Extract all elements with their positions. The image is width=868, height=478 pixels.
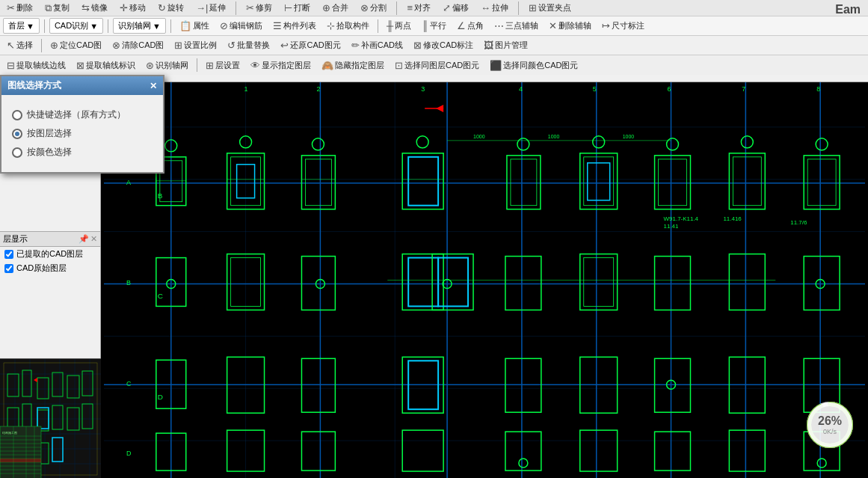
radio-option-0[interactable]: 快捷键选择（原有方式）: [12, 108, 153, 121]
hide-layer-btn[interactable]: 🙈 隐藏指定图层: [318, 58, 388, 73]
sep1: [236, 1, 236, 15]
svg-text:D: D: [158, 393, 163, 401]
copy-icon: ⧉: [45, 2, 52, 14]
img-manage-btn[interactable]: 🖼 图片管理: [480, 38, 532, 52]
layers-controls: 📌 ✕: [79, 234, 97, 244]
modify-cad-label-btn[interactable]: ⊠ 修改CAD标注: [410, 38, 477, 52]
axis-recognize-dropdown[interactable]: 识别轴网 ▼: [113, 18, 166, 34]
break-icon: ⊢: [284, 2, 292, 13]
svg-text:结构施工图: 结构施工图: [2, 431, 17, 435]
component-list-btn[interactable]: ☰ 构件列表: [269, 19, 320, 33]
radio-label-2: 按颜色选择: [27, 146, 72, 159]
svg-rect-49: [0, 459, 41, 462]
layer-item-1[interactable]: CAD原始图层: [0, 261, 100, 275]
rotate-btn[interactable]: ↻ 旋转: [154, 1, 188, 15]
radio-label-0: 快捷键选择（原有方式）: [27, 108, 126, 121]
select-same-color-btn[interactable]: ⬛ 选择同颜色CAD图元: [486, 58, 582, 73]
layers-close-icon: ✕: [90, 234, 97, 244]
property-icon: 📋: [179, 20, 191, 31]
svg-text:1000: 1000: [548, 134, 560, 139]
clear-cad-btn[interactable]: ⊗ 清除CAD图: [108, 38, 167, 52]
modal-content: 快捷键选择（原有方式） 按图层选择 按颜色选择: [1, 95, 163, 172]
mirror-btn[interactable]: ⇆ 镜像: [78, 1, 111, 15]
sep5: [108, 19, 108, 33]
modal-close-icon[interactable]: ✕: [150, 81, 157, 91]
angle-btn[interactable]: ∠ 点角: [453, 19, 487, 33]
layer-settings-btn[interactable]: ⊞ 层设置: [202, 58, 244, 73]
toolbar-row4: ⊟ 提取轴线边线 ⊠ 提取轴线标识 ⊛ 识别轴网 ⊞ 层设置 👁 显示指定图层 …: [0, 55, 868, 75]
merge-btn[interactable]: ⊕ 合并: [318, 1, 352, 15]
rebar-icon: ⊘: [220, 20, 228, 31]
chevron-down-icon: ▼: [26, 22, 34, 31]
set-grip-btn[interactable]: ⊞ 设置夹点: [525, 1, 575, 15]
break-btn[interactable]: ⊢ 打断: [280, 1, 314, 15]
modal-title: 图线选择方式: [7, 79, 61, 92]
layer-checkbox-1[interactable]: [4, 264, 13, 273]
grip-icon: ⊞: [529, 2, 537, 13]
radio-option-2[interactable]: 按颜色选择: [12, 146, 153, 159]
extract-axis-label-btn[interactable]: ⊠ 提取轴线标识: [73, 58, 139, 73]
layer-settings-icon: ⊞: [206, 60, 214, 71]
dimension-btn[interactable]: ↦ 尺寸标注: [598, 19, 648, 33]
radio-option-1[interactable]: 按图层选择: [12, 127, 153, 140]
layer-item-0[interactable]: 已提取的CAD图层: [0, 247, 100, 261]
restore-cad-btn[interactable]: ↩ 还原CAD图元: [277, 38, 344, 52]
stretch-btn[interactable]: ↔ 拉伸: [477, 1, 512, 15]
del-aux-btn[interactable]: ✕ 删除辅轴: [545, 19, 595, 33]
parallel-btn[interactable]: ║ 平行: [418, 19, 450, 33]
selection-modal: 图线选择方式 ✕ 快捷键选择（原有方式） 按图层选择 按颜色选择: [0, 75, 164, 174]
modal-title-bar[interactable]: 图线选择方式 ✕: [1, 76, 163, 95]
extend-btn[interactable]: →| 延伸: [192, 1, 230, 15]
radio-label-1: 按图层选择: [27, 127, 72, 140]
svg-text:B: B: [158, 191, 163, 200]
draw-cad-line-btn[interactable]: ✏ 补画CAD线: [348, 38, 407, 52]
svg-text:6: 6: [668, 85, 671, 93]
select-icon: ↖: [7, 40, 15, 51]
locate-cad-btn[interactable]: ⊕ 定位CAD图: [46, 38, 105, 52]
clear-icon: ⊗: [112, 40, 120, 51]
three-point-btn[interactable]: ⋯ 三点辅轴: [490, 19, 542, 33]
two-point-icon: ╫: [387, 20, 393, 31]
extract-axis-edge-btn[interactable]: ⊟ 提取轴线边线: [3, 58, 70, 73]
axis-label-icon: ⊠: [76, 60, 84, 71]
toolbar-area: ✂ 删除 ⧉ 复制 ⇆ 镜像 ✛ 移动 ↻ 旋转 →| 延伸 ✂ 修剪 ⊢: [0, 0, 868, 82]
layers-header: 层显示 📌 ✕: [0, 232, 100, 247]
offset-btn[interactable]: ⤢ 偏移: [439, 1, 473, 15]
restore-icon: ↩: [280, 40, 289, 51]
cad-recognize-dropdown[interactable]: CAD识别 ▼: [49, 18, 103, 34]
set-scale-btn[interactable]: ⊞ 设置比例: [170, 38, 221, 52]
two-point-btn[interactable]: ╫ 两点: [383, 19, 415, 33]
stretch-icon: ↔: [481, 2, 490, 13]
move-btn[interactable]: ✛ 移动: [116, 1, 150, 15]
sep7: [378, 19, 378, 33]
trim-btn[interactable]: ✂ 修剪: [242, 1, 276, 15]
batch-replace-btn[interactable]: ↺ 批量替换: [224, 38, 274, 52]
divide-btn[interactable]: ⊗ 分割: [357, 1, 390, 15]
delete-btn[interactable]: ✂ 删除: [3, 1, 37, 15]
svg-text:1000: 1000: [623, 134, 635, 139]
locate-icon: ⊕: [50, 40, 58, 51]
floor-dropdown[interactable]: 首层 ▼: [3, 18, 40, 34]
layer-checkbox-0[interactable]: [4, 250, 13, 259]
copy-btn[interactable]: ⧉ 复制: [41, 1, 73, 16]
property-btn[interactable]: 📋 属性: [176, 19, 213, 33]
label-icon: ⊠: [413, 40, 422, 51]
select-same-layer-btn[interactable]: ⊡ 选择同图层CAD图元: [391, 58, 483, 73]
svg-text:5: 5: [593, 85, 597, 93]
mini-map: 结构施工图: [0, 358, 101, 478]
svg-text:B: B: [126, 279, 131, 287]
show-layer-btn[interactable]: 👁 显示指定图层: [247, 58, 315, 73]
cad-drawing[interactable]: A B C D W91.7-K11.4 11.41 11.416 11.7/6 …: [101, 82, 868, 478]
mirror-icon: ⇆: [81, 2, 90, 13]
edit-rebar-btn[interactable]: ⊘ 编辑钢筋: [216, 19, 266, 33]
main-canvas[interactable]: A B C D W91.7-K11.4 11.41 11.416 11.7/6 …: [101, 82, 868, 478]
eam-label: Eam: [828, 0, 868, 16]
pick-component-btn[interactable]: ⊹ 拾取构件: [323, 19, 373, 33]
align-btn[interactable]: ≡ 对齐: [403, 1, 434, 15]
svg-text:2: 2: [316, 85, 320, 93]
select-btn[interactable]: ↖ 选择: [3, 38, 37, 52]
extend-icon: →|: [196, 2, 208, 13]
sep3: [518, 1, 519, 15]
recognize-axis-btn[interactable]: ⊛ 识别轴网: [142, 58, 192, 73]
dimension-icon: ↦: [602, 20, 610, 31]
